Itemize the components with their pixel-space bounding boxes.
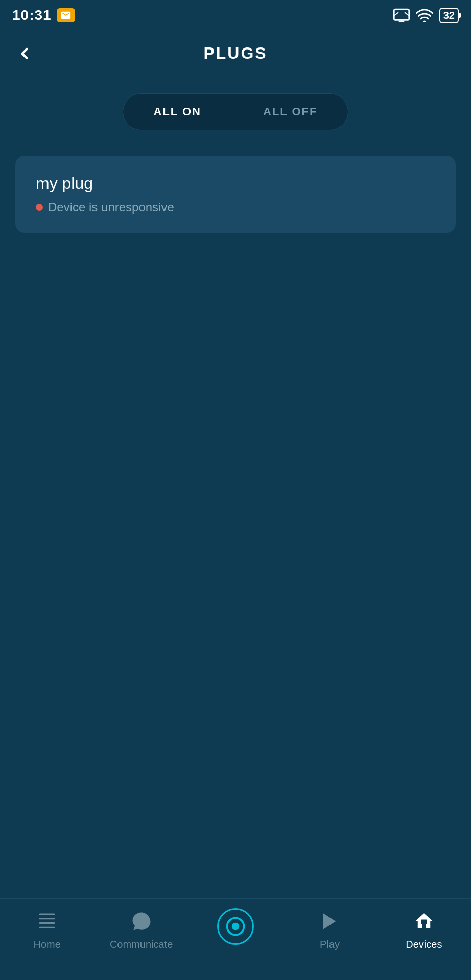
wifi-icon	[416, 8, 433, 22]
status-time: 10:31	[12, 7, 52, 23]
page-header: PLUGS	[0, 34, 471, 73]
svg-point-13	[423, 917, 425, 919]
status-bar-left: 10:31	[12, 7, 75, 23]
back-button[interactable]	[15, 44, 34, 63]
device-card[interactable]: my plug Device is unresponsive	[15, 156, 456, 233]
communicate-nav-label: Communicate	[110, 939, 173, 950]
nav-item-communicate[interactable]: Communicate	[94, 908, 188, 950]
devices-nav-label: Devices	[406, 939, 442, 950]
devices-nav-icon	[411, 908, 437, 935]
play-nav-label: Play	[320, 939, 340, 950]
home-nav-label: Home	[34, 939, 61, 950]
home-nav-icon	[34, 908, 60, 935]
play-nav-icon	[316, 908, 343, 935]
back-arrow-icon	[15, 44, 34, 63]
bottom-nav: Home Communicate Play	[0, 898, 471, 980]
device-list: my plug Device is unresponsive	[0, 156, 471, 233]
device-name: my plug	[36, 174, 435, 193]
status-bar: 10:31 32	[0, 0, 471, 29]
device-status: Device is unresponsive	[36, 200, 435, 214]
nav-item-alexa[interactable]	[189, 908, 282, 949]
toggle-container: ALL ON ALL OFF	[0, 93, 471, 130]
svg-rect-12	[421, 920, 427, 924]
battery-level: 32	[443, 10, 455, 21]
nav-item-play[interactable]: Play	[282, 908, 376, 950]
battery-indicator: 32	[439, 8, 459, 23]
all-off-button[interactable]: ALL OFF	[232, 94, 348, 130]
alexa-nav-icon	[217, 908, 254, 945]
communicate-nav-icon	[128, 908, 155, 935]
nav-item-devices[interactable]: Devices	[377, 908, 471, 950]
page-title: PLUGS	[203, 44, 267, 63]
status-dot-unresponsive	[36, 204, 43, 211]
notification-icon	[57, 8, 75, 22]
svg-point-9	[232, 923, 240, 930]
svg-marker-11	[323, 913, 336, 929]
all-on-button[interactable]: ALL ON	[123, 94, 232, 130]
toggle-group: ALL ON ALL OFF	[123, 93, 349, 130]
nav-item-home[interactable]: Home	[0, 908, 94, 950]
svg-point-4	[423, 21, 426, 23]
status-text: Device is unresponsive	[48, 200, 174, 214]
screen-icon	[393, 8, 410, 22]
status-bar-right: 32	[393, 8, 459, 23]
email-icon	[60, 10, 72, 21]
